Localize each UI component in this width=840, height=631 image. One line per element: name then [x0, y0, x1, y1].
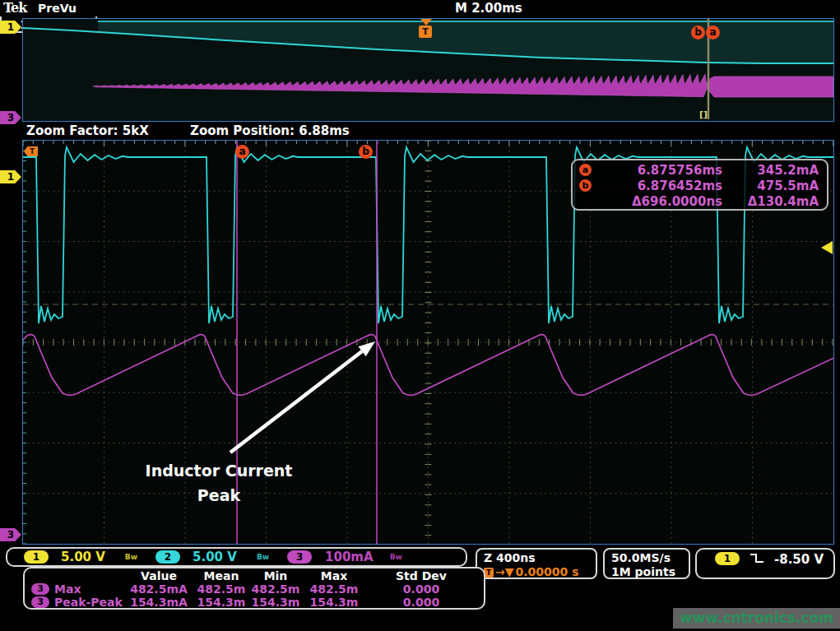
- record-length: 1M points: [611, 565, 682, 579]
- cursor-b-time: 6.876452ms: [599, 179, 722, 193]
- measurements-header-row: Value Mean Min Max Std Dev: [31, 569, 477, 582]
- meas-max: 154.3m: [303, 596, 365, 609]
- trigger-arrow-icon: [420, 19, 432, 26]
- zoom-timebase-box: Z 400ns T →▼ 0.00000 s: [476, 548, 597, 579]
- meas-name: Max: [54, 582, 81, 596]
- main-cursor-a-badge[interactable]: a: [235, 145, 249, 159]
- ch3-bandwidth-limit-icon: Bw: [390, 553, 402, 561]
- channel-scale-bar: 1 5.00 V Bw 2 5.00 V Bw 3 100mA Bw: [6, 547, 467, 567]
- trigger-level-value: -8.50 V: [774, 552, 824, 567]
- main-cursor-b-badge[interactable]: b: [359, 145, 373, 159]
- meas-min: 482.5m: [248, 582, 303, 596]
- annotation-line1: Inductor Current: [95, 458, 342, 483]
- meas-value: 482.5mA: [123, 582, 194, 596]
- timebase-readout: M 2.00ms: [455, 1, 522, 16]
- sample-rate: 50.0MS/s: [611, 551, 682, 565]
- col-max: Max: [303, 569, 365, 582]
- cursor-a-icon: a: [579, 164, 592, 176]
- ch3-position-marker-overview[interactable]: 3: [0, 111, 21, 124]
- ch1-position-marker-main[interactable]: 1: [0, 170, 21, 183]
- overview-window: T b a []: [22, 18, 834, 122]
- trigger-info-box: 1 -8.50 V: [695, 548, 835, 579]
- meas-mean: 482.5m: [194, 582, 248, 596]
- col-mean: Mean: [194, 569, 248, 582]
- ch3-current-envelope: [93, 74, 833, 97]
- cursor-b-icon: b: [579, 179, 592, 192]
- ch2-envelope-fill: [98, 22, 833, 63]
- tek-logo: Tek: [3, 0, 26, 16]
- zoom-scale-readout: Z 400ns: [484, 551, 589, 565]
- trigger-delay-value: 0.00000 s: [516, 565, 579, 579]
- acquisition-status: PreVu: [38, 2, 77, 15]
- ch3-scale: 100mA: [325, 550, 374, 564]
- delta-value: Δ130.4mA: [722, 194, 819, 209]
- meas-value: 154.3mA: [123, 596, 194, 609]
- overview-cursor-b-badge[interactable]: b: [691, 26, 705, 39]
- ch2-bandwidth-limit-icon: Bw: [257, 553, 269, 561]
- cursor-b-value: 475.5mA: [722, 179, 819, 193]
- ch1-badge[interactable]: 1: [24, 550, 49, 564]
- delta-time: Δ696.0000ns: [599, 194, 722, 209]
- trigger-delay-readout: T →▼ 0.00000 s: [484, 565, 589, 579]
- trigger-level-arrow-icon[interactable]: [821, 241, 833, 254]
- zoom-factor-label: Zoom Factor: 5kX: [26, 123, 149, 138]
- cursor-readout-box: a 6.875756ms 345.2mA b 6.876452ms 475.5m…: [571, 159, 828, 211]
- ch2-badge[interactable]: 2: [155, 550, 180, 564]
- acquisition-info-box: 50.0MS/s 1M points: [603, 548, 690, 579]
- zoom-info-bar: Zoom Factor: 5kX Zoom Position: 6.88ms: [22, 122, 834, 140]
- measurements-table: Value Mean Min Max Std Dev 3Max 482.5mA …: [23, 567, 485, 610]
- ch2-scale: 5.00 V: [193, 550, 237, 564]
- ch3-position-marker-main[interactable]: 3: [0, 528, 21, 541]
- ch1-scale: 5.00 V: [61, 550, 105, 564]
- watermark: www.cntronics.com: [673, 608, 840, 629]
- top-status-bar: Tek PreVu M 2.00ms: [0, 0, 840, 16]
- trigger-position-marker[interactable]: T: [419, 19, 434, 40]
- cursor-a-value: 345.2mA: [722, 163, 819, 178]
- ch1-bandwidth-limit-icon: Bw: [125, 553, 137, 561]
- col-stddev: Std Dev: [365, 569, 477, 582]
- zoom-position-label: Zoom Position: 6.88ms: [190, 123, 350, 138]
- cursor-a-readout-row: a 6.875756ms 345.2mA: [579, 162, 819, 178]
- zoom-waveform-window: T a b a 6.875756ms 345.2mA b 6.876452ms …: [22, 140, 834, 545]
- annotation-arrow-shaft: [230, 351, 362, 452]
- ch3-badge[interactable]: 3: [287, 550, 312, 564]
- meas-stddev: 0.000: [365, 582, 477, 596]
- col-min: Min: [248, 569, 303, 582]
- measurement-row-max: 3Max 482.5mA 482.5m 482.5m 482.5m 0.000: [31, 582, 477, 596]
- meas-stddev: 0.000: [365, 596, 477, 609]
- cursor-a-time: 6.875756ms: [599, 163, 722, 178]
- falling-edge-icon: [750, 552, 764, 564]
- arrow-triangle-icon: →▼: [495, 565, 514, 579]
- meas-name: Peak-Peak: [54, 596, 123, 609]
- ch3-meas-badge: 3: [31, 583, 49, 595]
- trigger-t-icon: T: [419, 26, 432, 38]
- meas-min: 154.3m: [248, 596, 303, 609]
- inductor-current-peak-annotation: Inductor Current Peak: [95, 458, 342, 508]
- col-value: Value: [123, 569, 194, 582]
- ch3-meas-badge: 3: [31, 596, 49, 608]
- trigger-source-badge[interactable]: 1: [715, 552, 740, 565]
- meas-mean: 154.3m: [194, 596, 248, 609]
- overview-cursor-a-badge[interactable]: a: [706, 26, 720, 39]
- measurement-row-peak-peak: 3Peak-Peak 154.3mA 154.3m 154.3m 154.3m …: [31, 596, 477, 609]
- cursor-b-readout-row: b 6.876452ms 475.5mA: [579, 178, 819, 193]
- meas-max: 482.5m: [303, 582, 365, 596]
- zoom-window-bracket-icon[interactable]: []: [699, 109, 708, 120]
- oscilloscope-screen: Tek PreVu M 2.00ms T b a [] 1 3 1 3 Zoom…: [0, 0, 840, 33]
- cursor-delta-row: Δ696.0000ns Δ130.4mA: [579, 193, 819, 209]
- annotation-line2: Peak: [95, 483, 342, 508]
